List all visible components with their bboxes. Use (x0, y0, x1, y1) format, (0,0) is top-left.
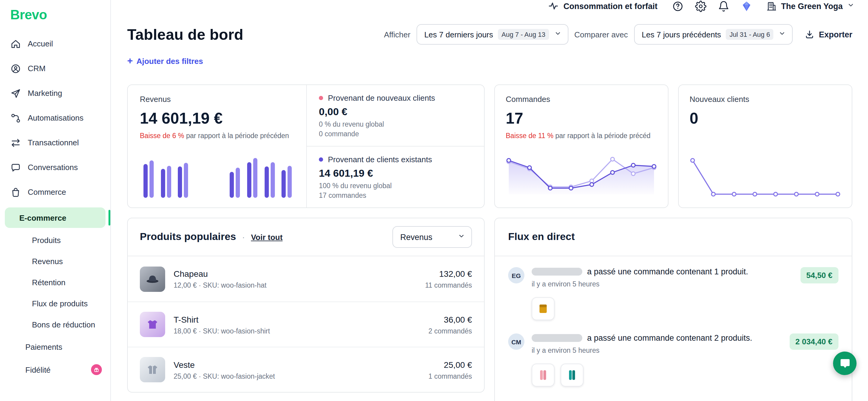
orders-trend: Baisse de 11 % par rapport à la période … (506, 132, 657, 139)
order-amount-badge: 2 034,40 € (789, 334, 838, 350)
avatar: CM (508, 334, 524, 350)
sidebar-nav: Accueil CRM Marketing Automatisations (0, 31, 110, 381)
orders-value: 17 (506, 109, 657, 128)
product-image-veste (140, 357, 165, 382)
date-range-badge: Aug 7 - Aug 13 (498, 29, 549, 40)
home-icon (10, 38, 21, 49)
revenue-existing-customers-segment: Provenant de clients existants 14 601,19… (307, 147, 484, 208)
sidebar-item-crm[interactable]: CRM (0, 56, 110, 81)
card-title: Revenus (140, 95, 296, 104)
period-controls: Afficher Les 7 derniers jours Aug 7 - Au… (384, 24, 852, 44)
shopping-bag-icon (10, 187, 21, 197)
new-clients-value: 0 (689, 109, 841, 128)
sidebar-item-accueil[interactable]: Accueil (0, 31, 110, 56)
revenue-trend: Baisse de 6 % par rapport à la période p… (140, 132, 296, 139)
account-selector[interactable]: The Green Yoga (766, 1, 855, 11)
compare-label: Comparer avec (575, 30, 628, 39)
app-window: Brevo Accueil CRM Marketing (0, 0, 868, 401)
revenue-new-customers-segment: Provenant de nouveaux clients 0,00 € 0 %… (307, 85, 484, 146)
loyalty-badge-icon (91, 364, 102, 375)
consumption-plan-link[interactable]: Consommation et forfait (548, 1, 657, 11)
compare-period-select[interactable]: Les 7 jours précédents Jul 31 - Aug 6 (634, 24, 793, 44)
metric-label: Revenus (400, 233, 433, 242)
product-revenue: 25,00 € (429, 360, 472, 369)
chat-bubble-icon (10, 162, 21, 173)
popular-products-title: Produits populaires (140, 231, 236, 243)
sidebar-item-retention[interactable]: Rétention (0, 272, 110, 293)
order-product-image (532, 364, 555, 387)
sidebar-item-bons-de-reduction[interactable]: Bons de réduction (0, 314, 110, 335)
feed-action-text: a passé une commande contenant 1 produit… (587, 267, 748, 276)
chevron-down-icon (458, 232, 465, 242)
orders-line-chart (506, 148, 657, 198)
chat-icon (839, 357, 851, 369)
separator-dot: · (242, 232, 245, 242)
sidebar-item-transactionnel[interactable]: Transactionnel (0, 130, 110, 155)
export-button[interactable]: Exporter (805, 30, 852, 39)
revenue-bar-chart (140, 154, 296, 198)
brevo-logo[interactable]: Brevo (0, 5, 110, 31)
help-button[interactable] (672, 0, 684, 12)
avatar: EG (508, 267, 524, 283)
show-label: Afficher (384, 30, 410, 39)
sidebar-item-label: Marketing (28, 89, 62, 98)
product-orders: 2 commandés (429, 327, 472, 334)
chevron-down-icon (847, 1, 855, 11)
product-row-chapeau[interactable]: Chapeau 12,00 € · SKU: woo-fasion-hat 13… (128, 256, 484, 302)
sidebar-item-conversations[interactable]: Conversations (0, 155, 110, 180)
product-meta: 12,00 € · SKU: woo-fasion-hat (174, 282, 267, 289)
product-orders: 11 commandés (425, 282, 472, 289)
order-product-image (561, 364, 584, 387)
feed-timestamp: il y a environ 5 heures (532, 280, 800, 288)
product-row-tshirt[interactable]: T-Shirt 18,00 € · SKU: woo-fasion-shirt … (128, 302, 484, 347)
plan-gem-button[interactable] (741, 0, 752, 12)
sidebar-item-commerce[interactable]: Commerce (0, 180, 110, 205)
sidebar-item-automatisations[interactable]: Automatisations (0, 105, 110, 130)
paper-plane-icon (10, 88, 21, 99)
view-all-link[interactable]: Voir tout (251, 233, 283, 242)
live-feed-card: Flux en direct EG a passé une commande c… (494, 218, 852, 401)
chevron-down-icon (554, 30, 562, 39)
revenue-card: Revenus 14 601,19 € Baisse de 6 % par ra… (127, 85, 485, 208)
new-clients-card: Nouveaux clients 0 (678, 85, 852, 208)
sidebar-item-paiements[interactable]: Paiements (0, 335, 110, 358)
sidebar-item-label: Transactionnel (28, 138, 79, 147)
sidebar-item-produits[interactable]: Produits (0, 230, 110, 251)
sidebar-item-label: Conversations (28, 163, 78, 172)
chat-widget-button[interactable] (833, 351, 857, 375)
topbar: Consommation et forfait The Green Yoga (111, 0, 868, 12)
card-title: Commandes (506, 95, 657, 104)
plan-label: Consommation et forfait (563, 1, 657, 10)
date-range-badge: Jul 31 - Aug 6 (726, 29, 774, 40)
sidebar-item-flux-de-produits[interactable]: Flux de produits (0, 293, 110, 314)
account-name: The Green Yoga (781, 1, 843, 10)
sidebar-item-marketing[interactable]: Marketing (0, 81, 110, 105)
workflow-icon (10, 113, 21, 123)
order-product-image (532, 297, 555, 320)
feed-entry: CM a passé une commande contenant 2 prod… (495, 322, 852, 389)
metric-select[interactable]: Revenus (393, 226, 472, 248)
product-meta: 18,00 € · SKU: woo-fasion-shirt (174, 327, 270, 334)
product-image-tshirt (140, 312, 165, 337)
product-name: Veste (174, 360, 275, 369)
legend-dot-pink (319, 96, 323, 100)
page-title: Tableau de bord (127, 26, 243, 43)
product-image-chapeau (140, 266, 165, 291)
sidebar-item-label: E-commerce (19, 213, 66, 222)
plus-icon: + (127, 56, 133, 66)
sidebar-item-fidelite[interactable]: Fidélité (0, 358, 110, 381)
feed-action-text: a passé une commande contenant 2 produit… (587, 334, 752, 342)
sidebar-item-ecommerce-active[interactable]: E-commerce (5, 208, 105, 228)
period-select[interactable]: Les 7 derniers jours Aug 7 - Aug 13 (416, 24, 568, 44)
contact-icon (10, 63, 21, 74)
settings-gear-button[interactable] (695, 0, 707, 12)
product-orders: 1 commandés (429, 372, 472, 379)
sidebar-item-revenus[interactable]: Revenus (0, 251, 110, 272)
product-meta: 25,00 € · SKU: woo-fasion-jacket (174, 372, 275, 379)
popular-products-card: Produits populaires · Voir tout Revenus (127, 218, 485, 393)
product-row-veste[interactable]: Veste 25,00 € · SKU: woo-fasion-jacket 2… (128, 347, 484, 392)
orders-card: Commandes 17 Baisse de 11 % par rapport … (494, 85, 669, 208)
add-filters-button[interactable]: + Ajouter des filtres (127, 56, 203, 66)
notifications-bell-button[interactable] (718, 0, 730, 12)
revenue-value: 14 601,19 € (140, 109, 296, 128)
